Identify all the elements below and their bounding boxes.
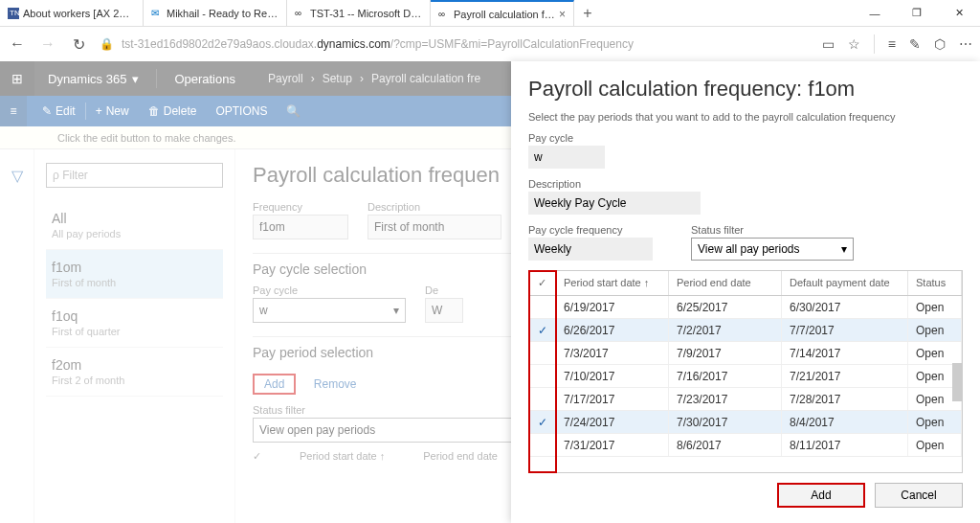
favorite-icon[interactable]: ☆: [848, 36, 860, 52]
funnel-icon[interactable]: ▽: [11, 168, 23, 184]
brand-label: Dynamics 365: [48, 72, 126, 86]
divider: [156, 69, 157, 88]
nav-title: f2om: [52, 357, 217, 373]
cell-status: Open: [908, 319, 962, 341]
brand[interactable]: Dynamics 365▾: [34, 72, 152, 86]
row-checkbox[interactable]: [529, 296, 556, 318]
row-checkbox[interactable]: ✓: [529, 319, 556, 341]
maximize-button[interactable]: ❐: [896, 0, 938, 26]
row-checkbox[interactable]: [529, 365, 556, 387]
col-start[interactable]: Period start date ↑: [300, 450, 385, 463]
browser-tab[interactable]: ✉Mikhail - Ready to Review f: [144, 0, 287, 26]
refresh-button[interactable]: ↻: [69, 35, 88, 54]
cancel-button[interactable]: Cancel: [875, 483, 963, 508]
cell-end: 7/16/2017: [669, 365, 782, 387]
nav-item-f1om[interactable]: f1om First of month: [46, 250, 223, 299]
more-icon[interactable]: ⋯: [959, 36, 972, 52]
nav-sub: First of month: [52, 277, 217, 288]
notes-icon[interactable]: ✎: [909, 36, 921, 52]
close-window-button[interactable]: ✕: [938, 0, 980, 26]
cmd-label: Delete: [164, 104, 197, 118]
nav-title: All: [52, 211, 217, 226]
grid-body[interactable]: 6/19/20176/25/20176/30/2017Open✓6/26/201…: [529, 296, 962, 472]
browser-titlebar: TNAbout workers [AX 2012] ✉Mikhail - Rea…: [0, 0, 980, 27]
module-label[interactable]: Operations: [161, 72, 249, 86]
cmd-label: Edit: [56, 104, 76, 118]
filter-column: ▽: [0, 149, 34, 523]
forward-button[interactable]: →: [38, 35, 57, 53]
new-button[interactable]: +New: [86, 104, 139, 118]
divider: [874, 34, 875, 54]
paycycle-label: Pay cycle: [253, 284, 406, 296]
trash-icon: 🗑: [148, 104, 160, 118]
nav-item-f1oq[interactable]: f1oq First of quarter: [46, 299, 223, 348]
cell-start: 7/17/2017: [556, 388, 669, 410]
nav-sub: All pay periods: [52, 228, 217, 239]
table-row[interactable]: ✓6/26/20177/2/20177/7/2017Open: [529, 319, 962, 342]
reading-view-icon[interactable]: ▭: [822, 36, 835, 52]
frequency-field[interactable]: f1om: [253, 215, 348, 239]
table-row[interactable]: 7/10/20177/16/20177/21/2017Open: [529, 365, 962, 388]
new-tab-button[interactable]: +: [574, 0, 601, 26]
browser-tab-active[interactable]: ∞Payroll calculation frequ×: [431, 0, 574, 26]
table-row[interactable]: 7/17/20177/23/20177/28/2017Open: [529, 388, 962, 411]
dynamics-icon: ∞: [295, 8, 306, 19]
cell-end: 7/30/2017: [669, 411, 782, 433]
minimize-button[interactable]: —: [854, 0, 896, 26]
options-button[interactable]: OPTIONS: [206, 104, 277, 118]
panel-desc: Select the pay periods that you want to …: [528, 111, 963, 123]
share-icon[interactable]: ⬡: [934, 36, 946, 52]
browser-tab[interactable]: ∞TST-31 -- Microsoft Dynami: [287, 0, 431, 26]
col-end[interactable]: Period end date: [669, 271, 782, 295]
crumb[interactable]: Payroll: [268, 72, 303, 85]
nav-item-all[interactable]: All All pay periods: [46, 201, 223, 250]
close-icon[interactable]: ×: [559, 8, 566, 21]
table-row[interactable]: 7/3/20177/9/20177/14/2017Open: [529, 342, 962, 365]
back-button[interactable]: ←: [8, 35, 27, 53]
browser-tab[interactable]: TNAbout workers [AX 2012]: [0, 0, 144, 26]
panel-description-field: Weekly Pay Cycle: [528, 192, 701, 215]
table-row[interactable]: 6/19/20176/25/20176/30/2017Open: [529, 296, 962, 319]
cell-start: 7/10/2017: [556, 365, 669, 387]
remove-link[interactable]: Remove: [314, 377, 357, 391]
col-start[interactable]: Period start date ↑: [556, 271, 669, 295]
cell-status: Open: [908, 296, 962, 318]
description-field[interactable]: First of month: [368, 215, 501, 239]
address-bar[interactable]: 🔒 tst-31ed16d9802d2e79a9aos.cloudax.dyna…: [100, 37, 811, 51]
row-checkbox[interactable]: [529, 388, 556, 410]
search-icon: 🔍: [286, 104, 301, 118]
panel-status-select[interactable]: View all pay periods▾: [691, 238, 854, 261]
paycycle-select[interactable]: w▾: [253, 298, 406, 323]
edit-button[interactable]: ✎Edit: [33, 104, 85, 118]
row-checkbox[interactable]: ✓: [529, 411, 556, 433]
app-launcher-icon[interactable]: ⊞: [0, 61, 34, 96]
desc2-field[interactable]: W: [425, 298, 463, 323]
row-checkbox[interactable]: [529, 434, 556, 456]
search-button[interactable]: 🔍: [277, 104, 310, 118]
add-button[interactable]: Add: [777, 483, 865, 508]
cell-default: 7/14/2017: [782, 342, 908, 364]
side-panel: Payroll calculation frequency: f1om Sele…: [511, 61, 980, 523]
row-checkbox[interactable]: [529, 342, 556, 364]
col-status[interactable]: Status: [908, 271, 962, 295]
chevron-right-icon: ›: [360, 72, 364, 85]
table-row[interactable]: ✓7/24/20177/30/20178/4/2017Open: [529, 411, 962, 434]
col-default[interactable]: Default payment date: [782, 271, 908, 295]
delete-button[interactable]: 🗑Delete: [139, 104, 207, 118]
crumb[interactable]: Payroll calculation fre: [371, 72, 480, 85]
desc2-label: De: [425, 284, 463, 296]
cell-status: Open: [908, 342, 962, 364]
col-end[interactable]: Period end date: [423, 450, 498, 463]
scrollbar-thumb[interactable]: [952, 363, 962, 401]
hamburger-icon[interactable]: ≡: [0, 96, 27, 126]
tab-label: Payroll calculation frequ: [454, 9, 555, 20]
table-row[interactable]: 7/31/20178/6/20178/11/2017Open: [529, 434, 962, 457]
panel-paycycle-field: w: [528, 146, 605, 169]
add-link[interactable]: Add: [253, 374, 296, 395]
cell-end: 8/6/2017: [669, 434, 782, 456]
select-all-checkbox[interactable]: ✓: [529, 271, 556, 295]
hub-icon[interactable]: ≡: [888, 36, 896, 52]
filter-input[interactable]: [46, 163, 223, 188]
crumb[interactable]: Setup: [323, 72, 352, 85]
nav-item-f2om[interactable]: f2om First 2 of month: [46, 348, 223, 397]
